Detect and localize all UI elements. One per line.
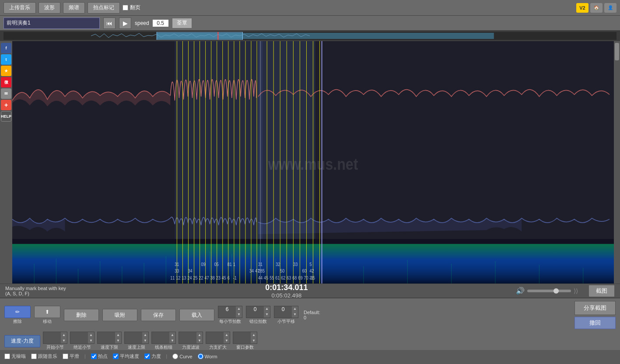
beat-count-down[interactable]: ▼ [236,312,242,318]
weibo-btn[interactable]: 微 [1,77,11,88]
beat-count-stepper[interactable]: 6 ▲ ▼ [218,306,242,318]
flip-checkbox[interactable] [123,5,128,10]
rewind-btn[interactable]: ⏮ [103,18,116,29]
beat-count-val[interactable]: 6 [218,306,236,318]
save-btn[interactable]: 保存 [141,309,176,321]
twitter-btn[interactable]: t [1,54,11,65]
facebook-btn[interactable]: f [1,43,11,53]
right-scrollbar[interactable] [614,41,620,284]
curve-radio[interactable] [172,354,178,359]
snap-beat-val[interactable]: 0 [246,306,264,318]
waveform-btn[interactable]: 波形 [39,2,60,14]
force-label[interactable]: 力度 [144,353,161,360]
window-val[interactable] [233,332,251,343]
force-amp-down[interactable]: ▼ [224,338,230,343]
worm-radio[interactable] [198,354,203,359]
overview-bar[interactable] [0,31,620,41]
near-bar-down[interactable]: ▼ [88,338,94,343]
scrollbar-thumb[interactable] [615,43,619,60]
undo-btn[interactable]: 撤回 [574,317,616,329]
upload-btn[interactable]: 上传音乐 [4,2,36,14]
bar-shift-stepper[interactable]: 0 ▲ ▼ [274,306,298,318]
speed-high-val[interactable] [125,332,142,343]
start-bar-val[interactable] [43,332,61,343]
curve-radio-label[interactable]: Curve [172,354,192,359]
volume-thumb[interactable] [553,288,559,294]
volume-slider[interactable] [527,290,571,292]
force-filter-down[interactable]: ▼ [196,338,203,343]
no-noise-label[interactable]: 无噪嗡 [4,353,26,360]
speed-force-btn[interactable]: 速度-力度 [4,335,40,347]
add-btn[interactable]: + [1,100,11,110]
line-width-val[interactable] [152,332,169,343]
attach-btn[interactable]: 吸附 [102,309,137,321]
track-name-input[interactable] [4,18,100,29]
window-up[interactable]: ▲ [251,332,257,338]
user-icon[interactable]: 👤 [604,3,616,13]
bar-shift-down[interactable]: ▼ [292,312,298,318]
speed-low-val[interactable] [98,332,115,343]
start-bar-down[interactable]: ▼ [61,338,67,343]
no-noise-checkbox[interactable] [4,354,10,359]
force-filter-label: 力度滤波 [182,344,200,350]
start-bar-stepper[interactable]: ▲ ▼ [43,332,67,344]
line-width-stepper[interactable]: ▲ ▼ [151,332,176,344]
force-filter-up[interactable]: ▲ [196,332,203,338]
line-width-up[interactable]: ▲ [169,332,175,338]
near-bar-stepper[interactable]: ▲ ▼ [70,332,95,344]
snap-beat-up[interactable]: ▲ [264,306,270,312]
v2-icon[interactable]: V2 [576,3,588,13]
mark-btn[interactable]: 拍点标记 [88,2,120,14]
delete-btn[interactable]: 删除 [64,309,99,321]
share-btn[interactable]: 分享截图 [574,301,616,315]
accompaniment-checkbox[interactable] [31,354,37,359]
near-bar-val[interactable] [70,332,88,343]
svg-text:33: 33 [293,262,298,267]
speed-low-stepper[interactable]: ▲ ▼ [97,332,122,344]
force-checkbox[interactable] [144,354,150,359]
erase-btn[interactable]: ✏ [4,306,31,318]
force-filter-stepper[interactable]: ▲ ▼ [179,332,203,344]
window-stepper[interactable]: ▲ ▼ [233,332,257,344]
import-btn[interactable]: 载入 [179,309,214,321]
bar-shift-up[interactable]: ▲ [292,306,298,312]
avg-speed-checkbox[interactable] [113,354,119,359]
mail-btn[interactable]: ✉ [1,88,11,99]
force-filter-val[interactable] [179,332,196,343]
start-bar-up[interactable]: ▲ [61,332,67,338]
speed-low-up[interactable]: ▲ [115,332,121,338]
beat-checkbox[interactable] [91,354,97,359]
speed-high-down[interactable]: ▼ [142,338,148,343]
beat-btn[interactable]: 频谱 [63,2,85,14]
waveform-area[interactable]: www.mus.net 111213 242522 473823 456-1 3… [12,41,614,284]
flat-label[interactable]: 平滑 [63,353,79,360]
window-down[interactable]: ▼ [251,338,257,343]
force-amp-stepper[interactable]: ▲ ▼ [206,332,230,344]
speed-high-stepper[interactable]: ▲ ▼ [124,332,149,344]
near-bar-up[interactable]: ▲ [88,332,94,338]
play-btn[interactable]: ▶ [119,18,131,29]
force-amp-val[interactable] [206,332,224,343]
snap-beat-down[interactable]: ▼ [264,312,270,318]
snap-beat-stepper[interactable]: 0 ▲ ▼ [246,306,270,318]
favorite-btn[interactable]: ★ [1,66,11,76]
speed-high-up[interactable]: ▲ [142,332,148,338]
line-width-down[interactable]: ▼ [169,338,175,343]
help-btn[interactable]: HELP [1,111,11,122]
force-amp-up[interactable]: ▲ [224,332,230,338]
apply-btn[interactable]: 荃覃 [172,18,192,28]
flip-checkbox-label[interactable]: 翻页 [123,4,140,11]
bar-shift-val[interactable]: 0 [274,306,292,318]
cut-btn[interactable]: 截图 [588,285,615,297]
avg-speed-label[interactable]: 平均速度 [113,353,139,360]
move-btn[interactable]: ⬆ [34,306,60,318]
worm-radio-label[interactable]: Worm [198,354,217,359]
accompaniment-label[interactable]: 跟随音乐 [31,353,57,360]
overview-waveform[interactable] [4,32,616,40]
home-icon[interactable]: 🏠 [590,3,602,13]
waveform-svg: www.mus.net 111213 242522 473823 456-1 3… [12,41,614,284]
speed-low-down[interactable]: ▼ [115,338,121,343]
flat-checkbox[interactable] [63,354,68,359]
beat-count-up[interactable]: ▲ [236,306,242,312]
beat-chk-label[interactable]: 拍点 [91,353,108,360]
